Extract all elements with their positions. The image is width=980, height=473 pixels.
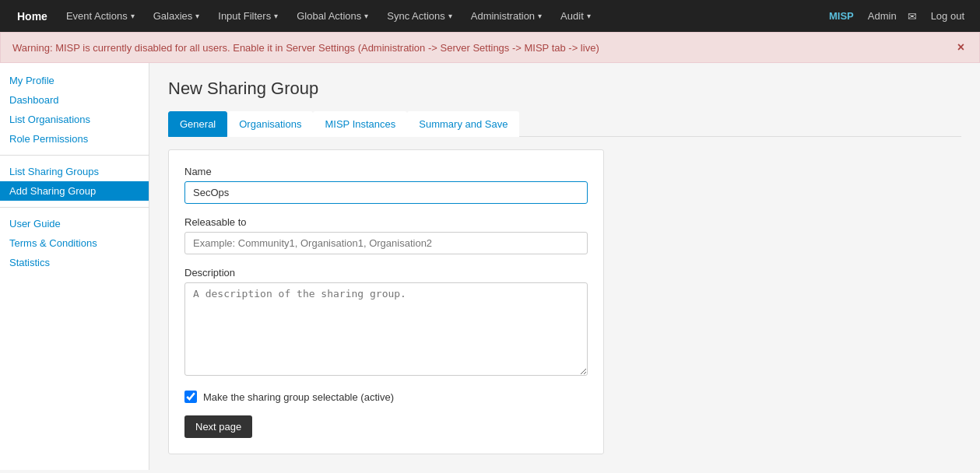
nav-item-galaxies[interactable]: Galaxies ▾: [144, 0, 209, 32]
sidebar-item-dashboard[interactable]: Dashboard: [0, 90, 149, 110]
description-textarea[interactable]: [184, 282, 588, 376]
nav-item-global-actions[interactable]: Global Actions ▾: [287, 0, 378, 32]
sidebar-item-list-sharing-groups[interactable]: List Sharing Groups: [0, 162, 149, 181]
releasable-label: Releasable to: [184, 216, 588, 228]
sidebar-item-my-profile[interactable]: My Profile: [0, 71, 149, 90]
sidebar-divider-2: [0, 207, 149, 208]
nav-item-administration[interactable]: Administration ▾: [462, 0, 551, 32]
tabs: General Organisations MISP Instances Sum…: [168, 111, 961, 137]
admin-label: Admin: [863, 10, 901, 22]
form-card: Name Releasable to Description Make the …: [168, 149, 604, 454]
name-input[interactable]: [184, 181, 588, 204]
active-checkbox-label: Make the sharing group selectable (activ…: [203, 391, 394, 403]
sidebar-item-list-organisations[interactable]: List Organisations: [0, 110, 149, 129]
active-checkbox-row: Make the sharing group selectable (activ…: [184, 391, 588, 403]
chevron-down-icon: ▾: [448, 12, 452, 20]
sidebar-item-statistics[interactable]: Statistics: [0, 253, 149, 272]
nav-home[interactable]: Home: [8, 10, 57, 23]
releasable-group: Releasable to: [184, 216, 588, 254]
chevron-down-icon: ▾: [538, 12, 542, 20]
chevron-down-icon: ▾: [274, 12, 278, 20]
sidebar-item-add-sharing-group[interactable]: Add Sharing Group: [0, 181, 149, 201]
next-page-button[interactable]: Next page: [184, 415, 252, 438]
name-label: Name: [184, 166, 588, 177]
warning-banner: Warning: MISP is currently disabled for …: [0, 32, 980, 63]
name-group: Name: [184, 166, 588, 204]
tab-organisations[interactable]: Organisations: [227, 111, 313, 137]
tab-summary-save[interactable]: Summary and Save: [407, 111, 519, 137]
content-area: New Sharing Group General Organisations …: [149, 63, 980, 470]
chevron-down-icon: ▾: [364, 12, 368, 20]
description-label: Description: [184, 267, 588, 279]
logout-link[interactable]: Log out: [923, 10, 972, 22]
sidebar: My Profile Dashboard List Organisations …: [0, 63, 149, 470]
navbar-right: MISP Admin ✉ Log out: [823, 10, 972, 23]
misp-label: MISP: [823, 10, 860, 22]
close-icon[interactable]: ×: [954, 40, 968, 54]
sidebar-item-role-permissions[interactable]: Role Permissions: [0, 129, 149, 149]
description-group: Description: [184, 267, 588, 378]
nav-item-input-filters[interactable]: Input Filters ▾: [209, 0, 287, 32]
sidebar-item-terms-conditions[interactable]: Terms & Conditions: [0, 233, 149, 253]
mail-icon[interactable]: ✉: [904, 10, 920, 23]
navbar: Home Event Actions ▾ Galaxies ▾ Input Fi…: [0, 0, 980, 32]
sidebar-divider: [0, 155, 149, 156]
nav-item-audit[interactable]: Audit ▾: [551, 0, 600, 32]
main-layout: My Profile Dashboard List Organisations …: [0, 63, 980, 470]
sidebar-item-user-guide[interactable]: User Guide: [0, 214, 149, 233]
page-title: New Sharing Group: [168, 79, 961, 99]
chevron-down-icon: ▾: [195, 12, 199, 20]
releasable-input[interactable]: [184, 232, 588, 254]
nav-item-sync-actions[interactable]: Sync Actions ▾: [378, 0, 461, 32]
warning-text: Warning: MISP is currently disabled for …: [12, 42, 599, 54]
nav-item-event-actions[interactable]: Event Actions ▾: [57, 0, 144, 32]
chevron-down-icon: ▾: [131, 12, 135, 20]
chevron-down-icon: ▾: [587, 12, 591, 20]
tab-general[interactable]: General: [168, 111, 227, 137]
active-checkbox[interactable]: [184, 391, 197, 403]
tab-misp-instances[interactable]: MISP Instances: [313, 111, 407, 137]
